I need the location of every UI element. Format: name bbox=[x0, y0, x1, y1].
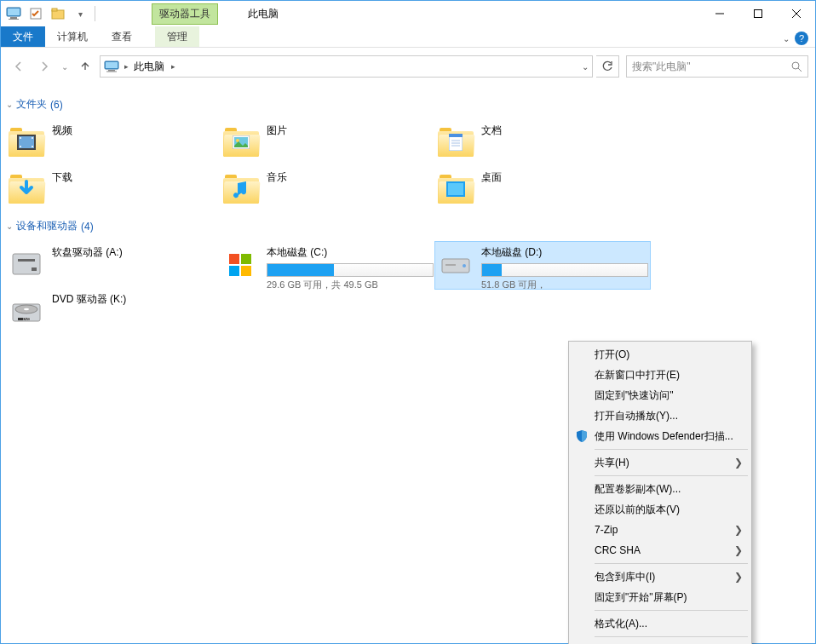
svg-rect-38 bbox=[229, 266, 239, 276]
nav-up-button[interactable] bbox=[74, 55, 96, 78]
group-label: 设备和驱动器 bbox=[16, 219, 78, 233]
svg-point-21 bbox=[32, 137, 33, 139]
context-menu-item[interactable]: 复制(C) bbox=[571, 640, 750, 644]
folder-name: 下载 bbox=[52, 170, 219, 185]
folder-item[interactable]: 下载 bbox=[6, 167, 221, 214]
nav-back-button[interactable] bbox=[8, 55, 30, 78]
menu-item-label: 在新窗口中打开(E) bbox=[595, 368, 680, 382]
drive-item[interactable]: DVD DVD 驱动器 (K:) bbox=[6, 289, 221, 336]
svg-rect-36 bbox=[229, 254, 239, 264]
svg-point-19 bbox=[20, 137, 21, 139]
tab-computer[interactable]: 计算机 bbox=[45, 26, 100, 47]
svg-point-45 bbox=[24, 308, 29, 310]
search-placeholder: 搜索"此电脑" bbox=[632, 60, 691, 74]
drive-name: DVD 驱动器 (K:) bbox=[52, 292, 219, 307]
folder-item[interactable]: 桌面 bbox=[435, 167, 650, 214]
svg-rect-12 bbox=[106, 62, 118, 68]
close-button[interactable] bbox=[777, 1, 815, 26]
search-box[interactable]: 搜索"此电脑" bbox=[626, 55, 808, 78]
folder-item[interactable]: 音乐 bbox=[221, 167, 435, 214]
folder-name: 视频 bbox=[52, 124, 219, 138]
properties-qat-icon[interactable] bbox=[26, 4, 45, 23]
chevron-down-icon: ⌄ bbox=[6, 100, 13, 109]
nav-history-dropdown[interactable]: ⌄ bbox=[59, 55, 71, 78]
svg-rect-2 bbox=[10, 17, 17, 19]
context-menu-item[interactable]: 7-Zip❯ bbox=[571, 520, 750, 540]
drive-subtext: 29.6 GB 可用，共 49.5 GB bbox=[267, 279, 434, 291]
maximize-button[interactable] bbox=[738, 1, 777, 26]
menu-item-label: 配置卷影副本(W)... bbox=[595, 482, 681, 497]
svg-rect-8 bbox=[754, 10, 761, 18]
chevron-down-icon: ⌄ bbox=[6, 221, 13, 231]
this-pc-icon bbox=[4, 4, 23, 23]
folder-item[interactable]: 图片 bbox=[221, 120, 435, 167]
address-dropdown-icon[interactable]: ⌄ bbox=[582, 62, 589, 72]
menu-item-label: 固定到"开始"屏幕(P) bbox=[595, 590, 687, 605]
context-menu-item[interactable]: 使用 Windows Defender扫描... bbox=[571, 426, 750, 446]
qat-dropdown-icon[interactable]: ▾ bbox=[71, 4, 89, 23]
this-pc-icon bbox=[104, 60, 119, 72]
group-header-devices[interactable]: ⌄ 设备和驱动器 (4) bbox=[6, 219, 810, 233]
chevron-right-icon[interactable]: ▸ bbox=[171, 62, 175, 71]
context-menu-item[interactable]: 格式化(A)... bbox=[571, 613, 750, 634]
svg-rect-3 bbox=[9, 19, 19, 20]
minimize-button[interactable] bbox=[700, 1, 738, 26]
window-title: 此电脑 bbox=[248, 7, 279, 21]
context-menu-item[interactable]: 还原以前的版本(V) bbox=[571, 499, 750, 520]
context-menu-item[interactable]: 包含到库中(I)❯ bbox=[571, 566, 750, 587]
drive-item[interactable]: 本地磁盘 (D:) 51.8 GB 可用， bbox=[435, 242, 650, 289]
svg-rect-35 bbox=[32, 267, 37, 271]
ribbon-tabs: 文件 计算机 查看 管理 ⌄ ? bbox=[1, 26, 815, 48]
context-menu: 打开(O)在新窗口中打开(E)固定到"快速访问"打开自动播放(Y)...使用 W… bbox=[568, 341, 752, 644]
svg-rect-6 bbox=[52, 9, 57, 11]
svg-rect-34 bbox=[18, 259, 35, 262]
folder-item[interactable]: 文档 bbox=[435, 120, 650, 167]
navigation-bar: ⌄ ▸ 此电脑▸ ⌄ 搜索"此电脑" bbox=[1, 48, 815, 85]
search-icon bbox=[790, 60, 802, 72]
svg-point-20 bbox=[20, 146, 21, 147]
tab-manage[interactable]: 管理 bbox=[155, 26, 199, 47]
svg-rect-32 bbox=[448, 183, 463, 195]
context-menu-item[interactable]: 在新窗口中打开(E) bbox=[571, 365, 750, 385]
breadcrumb-item[interactable]: 此电脑 bbox=[134, 60, 164, 74]
context-menu-item[interactable]: CRC SHA❯ bbox=[571, 540, 750, 561]
usage-bar bbox=[481, 263, 648, 277]
group-count: (4) bbox=[81, 221, 94, 233]
menu-item-label: 共享(H) bbox=[595, 456, 629, 470]
drive-item[interactable]: 本地磁盘 (C:) 29.6 GB 可用，共 49.5 GB bbox=[221, 242, 435, 289]
address-bar[interactable]: ▸ 此电脑▸ ⌄ bbox=[100, 55, 593, 78]
folder-name: 音乐 bbox=[267, 170, 434, 185]
drive-icon bbox=[8, 245, 45, 283]
svg-rect-42 bbox=[445, 264, 456, 266]
tab-file[interactable]: 文件 bbox=[1, 26, 45, 47]
help-icon[interactable]: ? bbox=[795, 32, 808, 45]
folder-name: 桌面 bbox=[481, 170, 648, 185]
menu-item-label: CRC SHA bbox=[595, 544, 641, 556]
context-menu-item[interactable]: 打开(O) bbox=[571, 344, 750, 365]
svg-text:DVD: DVD bbox=[23, 317, 31, 321]
menu-item-label: 打开自动播放(Y)... bbox=[595, 409, 678, 423]
title-contextual-tab: 驱动器工具 bbox=[152, 3, 218, 25]
folder-item[interactable]: 视频 bbox=[6, 120, 221, 167]
svg-rect-39 bbox=[241, 266, 251, 276]
drive-item[interactable]: 软盘驱动器 (A:) bbox=[6, 242, 221, 289]
nav-forward-button[interactable] bbox=[33, 55, 55, 78]
tab-view[interactable]: 查看 bbox=[100, 26, 144, 47]
context-menu-item[interactable]: 固定到"开始"屏幕(P) bbox=[571, 587, 750, 607]
svg-point-41 bbox=[463, 264, 466, 267]
titlebar: ▾ 驱动器工具 此电脑 bbox=[1, 1, 815, 26]
svg-rect-37 bbox=[241, 254, 251, 264]
context-menu-item[interactable]: 配置卷影副本(W)... bbox=[571, 479, 750, 499]
submenu-arrow-icon: ❯ bbox=[734, 524, 743, 536]
svg-rect-13 bbox=[108, 70, 115, 72]
menu-item-label: 还原以前的版本(V) bbox=[595, 503, 680, 517]
refresh-button[interactable] bbox=[596, 55, 619, 78]
group-header-folders[interactable]: ⌄ 文件夹 (6) bbox=[6, 97, 810, 112]
context-menu-item[interactable]: 共享(H)❯ bbox=[571, 452, 750, 473]
ribbon-expand-icon[interactable]: ⌄ bbox=[783, 34, 790, 43]
new-folder-qat-icon[interactable] bbox=[49, 4, 67, 23]
menu-item-label: 使用 Windows Defender扫描... bbox=[595, 429, 733, 444]
chevron-right-icon[interactable]: ▸ bbox=[124, 62, 129, 71]
context-menu-item[interactable]: 打开自动播放(Y)... bbox=[571, 405, 750, 426]
context-menu-item[interactable]: 固定到"快速访问" bbox=[571, 385, 750, 405]
